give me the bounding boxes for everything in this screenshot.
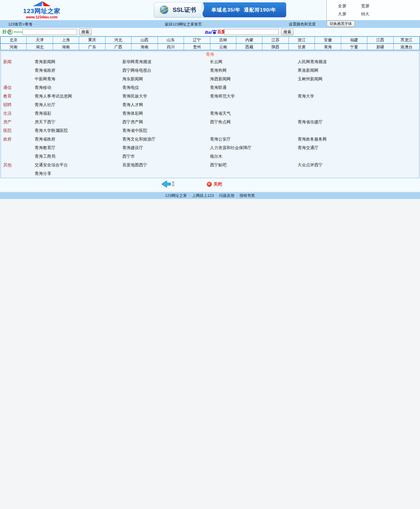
- province-link[interactable]: 贵州: [184, 44, 210, 50]
- site-link[interactable]: 房天下西宁: [35, 119, 55, 124]
- province-link[interactable]: 广东: [79, 44, 105, 50]
- site-link[interactable]: 青海工商局: [35, 154, 55, 159]
- site-link[interactable]: 青海大学: [298, 94, 314, 98]
- site-link[interactable]: 青海人才网: [122, 102, 143, 107]
- site-link[interactable]: 西宁网络电视台: [122, 68, 151, 73]
- site-link[interactable]: 青海教育厅: [35, 145, 55, 150]
- site-link[interactable]: 青海省中医院: [122, 128, 147, 133]
- site-link[interactable]: 青海师范大学: [210, 94, 235, 98]
- return-home-link[interactable]: 返回123网址之家首页: [165, 22, 202, 27]
- screen-link-large[interactable]: 大屏: [338, 12, 346, 17]
- footer-link[interactable]: 问题反馈: [219, 193, 234, 198]
- site-link[interactable]: 青海联通: [210, 85, 227, 90]
- site-link[interactable]: 青海分享: [35, 171, 51, 176]
- site-link[interactable]: 青海民族大学: [122, 94, 147, 98]
- site-link[interactable]: 青海省天气: [210, 111, 231, 116]
- site-link[interactable]: 人力资源和社会保障厅: [210, 145, 251, 150]
- site-link[interactable]: 青海省住建厅: [298, 119, 323, 124]
- roof-icon: [32, 1, 51, 7]
- province-link[interactable]: 黑龙江: [394, 37, 419, 43]
- site-link[interactable]: 青海新闻网: [35, 59, 55, 64]
- back-button[interactable]: 返回: [161, 180, 174, 188]
- province-link[interactable]: 甘肃: [289, 44, 315, 50]
- site-link[interactable]: 西宁贴吧: [210, 162, 227, 167]
- site-link[interactable]: 青海人事考试信息网: [35, 94, 72, 98]
- province-link[interactable]: 浙江: [289, 37, 315, 43]
- site-link[interactable]: 大众点评西宁: [298, 162, 323, 167]
- province-link[interactable]: 陕西: [262, 44, 288, 50]
- link-cell: 西宁市: [120, 154, 208, 159]
- province-link[interactable]: 海南: [132, 44, 158, 50]
- site-link[interactable]: 玉树州新闻网: [298, 76, 323, 81]
- province-link[interactable]: 内蒙: [236, 37, 262, 43]
- province-link[interactable]: 山东: [158, 37, 184, 43]
- footer-link[interactable]: 上网就上123: [192, 193, 214, 198]
- close-button[interactable]: ✕ 关闭: [207, 181, 222, 187]
- province-link[interactable]: 青海: [315, 44, 341, 50]
- site-logo[interactable]: 123网址之家 www.1234wu.com: [20, 1, 64, 19]
- haosou-search-input[interactable]: [23, 29, 77, 35]
- site-link[interactable]: 西宁房产网: [122, 119, 143, 124]
- site-link[interactable]: 青海羚网: [210, 68, 227, 73]
- screen-link-xl[interactable]: 特大: [361, 12, 369, 17]
- province-link[interactable]: 广西: [105, 44, 132, 50]
- baidu-search-input[interactable]: [224, 29, 279, 35]
- site-link[interactable]: 青海公安厅: [210, 137, 231, 141]
- province-link[interactable]: 江苏: [262, 37, 288, 43]
- site-link[interactable]: 青海人社厅: [35, 102, 55, 107]
- footer-link[interactable]: 报错有奖: [240, 193, 255, 198]
- province-link[interactable]: 安徽: [315, 37, 341, 43]
- site-link[interactable]: 西宁市: [122, 154, 135, 159]
- province-link[interactable]: 河北: [105, 37, 132, 43]
- baidu-search-button[interactable]: 搜索: [281, 29, 294, 35]
- ssl-ad-banner[interactable]: SSL证书 单域名35/年 通配符190/年: [154, 2, 286, 17]
- site-link[interactable]: 青海移动: [35, 85, 51, 90]
- haosou-logo: 好 搜 Haosou: [2, 29, 23, 35]
- site-link[interactable]: 海东新闻网: [122, 76, 143, 81]
- site-link[interactable]: 海西新闻网: [210, 76, 231, 81]
- site-link[interactable]: 格尔木: [210, 154, 222, 159]
- province-link[interactable]: 天津: [27, 37, 53, 43]
- site-link[interactable]: 西宁焦点网: [210, 119, 231, 124]
- site-link[interactable]: 交通安全综合平台: [35, 162, 68, 167]
- link-cell: 青海移动: [32, 85, 120, 90]
- province-link[interactable]: 四川: [158, 44, 184, 50]
- site-link[interactable]: 新华网青海频道: [122, 59, 151, 64]
- province-link[interactable]: 上海: [53, 37, 79, 43]
- site-link[interactable]: 青海体彩网: [122, 111, 143, 116]
- province-link[interactable]: 江西: [367, 37, 393, 43]
- site-link[interactable]: 青海电信: [122, 85, 139, 90]
- province-link[interactable]: 新疆: [367, 44, 393, 50]
- site-link[interactable]: 青海大学附属医院: [35, 128, 68, 133]
- site-link[interactable]: 长云网: [210, 59, 222, 64]
- province-link[interactable]: 河南: [1, 44, 27, 50]
- font-toggle-button[interactable]: 切换雅黑字体: [327, 21, 355, 27]
- province-link[interactable]: 辽宁: [184, 37, 210, 43]
- site-link[interactable]: 中新网青海: [35, 76, 55, 81]
- site-link[interactable]: 青海政务服务网: [298, 137, 327, 141]
- province-link[interactable]: 北京: [1, 37, 27, 43]
- province-link[interactable]: 湖北: [27, 44, 53, 50]
- site-link[interactable]: 百度地图西宁: [122, 162, 147, 167]
- haosou-search-button[interactable]: 搜索: [79, 29, 92, 35]
- settings-link[interactable]: 设置颜色和宽度: [289, 22, 316, 27]
- site-link[interactable]: 人民网青海频道: [298, 59, 327, 64]
- province-link[interactable]: 港澳台: [394, 44, 419, 50]
- province-link[interactable]: 福建: [341, 37, 367, 43]
- site-link[interactable]: 青海交通厅: [298, 145, 318, 150]
- province-link[interactable]: 重庆: [79, 37, 105, 43]
- site-link[interactable]: 青海文化和旅游厅: [122, 137, 156, 141]
- site-link[interactable]: 青海省政府: [35, 68, 55, 73]
- province-link[interactable]: 吉林: [210, 37, 236, 43]
- screen-link-wide[interactable]: 宽屏: [361, 4, 369, 9]
- site-link[interactable]: 青海省政府: [35, 137, 55, 141]
- province-link[interactable]: 西藏: [236, 44, 262, 50]
- province-link[interactable]: 宁夏: [341, 44, 367, 50]
- province-link[interactable]: 山西: [132, 37, 158, 43]
- province-link[interactable]: 云南: [210, 44, 236, 50]
- province-link[interactable]: 湖南: [53, 44, 79, 50]
- site-link[interactable]: 果洛新闻网: [298, 68, 318, 73]
- site-link[interactable]: 青海福彩: [35, 111, 51, 116]
- site-link[interactable]: 青海建设厅: [122, 145, 143, 150]
- screen-link-full[interactable]: 全屏: [338, 4, 346, 9]
